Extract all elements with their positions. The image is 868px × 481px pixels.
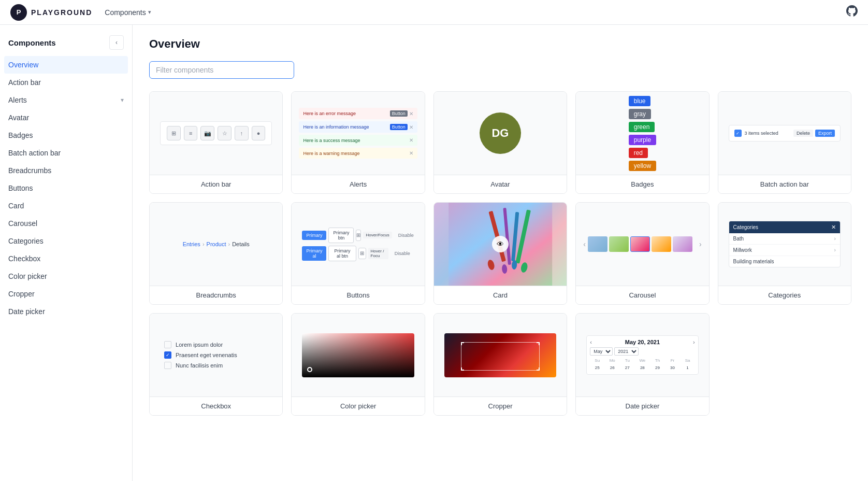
chevron-down-icon: ▾: [121, 96, 124, 104]
component-card-badges[interactable]: blue gray green purple red yellow Badges: [575, 91, 709, 194]
sidebar-item-buttons[interactable]: Buttons: [0, 179, 132, 197]
card-label-carousel: Carousel: [576, 286, 708, 304]
sidebar-item-label: Date picker: [8, 307, 45, 316]
component-card-date-picker[interactable]: ‹ May 20, 2021 › May 2021: [575, 313, 709, 416]
card-preview-color-picker: [292, 314, 424, 397]
component-card-color-picker[interactable]: Color picker: [291, 313, 425, 416]
component-card-buttons[interactable]: Primary Primary btn ⊞ Hover/Focus Disabl…: [291, 202, 425, 305]
sidebar-item-label: Breadcrumbs: [8, 166, 51, 175]
sidebar-item-color-picker[interactable]: Color picker: [0, 267, 132, 285]
card-label-buttons: Buttons: [292, 286, 424, 304]
card-label-alerts: Alerts: [292, 175, 424, 193]
logo[interactable]: P PLAYGROUND: [10, 4, 92, 21]
filter-input[interactable]: [149, 61, 294, 79]
card-preview-card: 👁: [434, 203, 567, 286]
sidebar-title: Components: [8, 38, 56, 47]
card-preview-carousel: ‹ ›: [576, 203, 708, 286]
sidebar-item-categories[interactable]: Categories: [0, 232, 132, 250]
sidebar-item-label: Action bar: [8, 78, 41, 87]
sidebar-item-carousel[interactable]: Carousel: [0, 215, 132, 232]
card-label-checkbox: Checkbox: [150, 397, 282, 415]
topnav: P PLAYGROUND Components ▾: [0, 0, 868, 25]
card-label-color-picker: Color picker: [292, 397, 424, 415]
sidebar-item-alerts[interactable]: Alerts ▾: [0, 91, 132, 109]
component-card-categories[interactable]: Categories ✕ Bath › Millwork › Buildin: [718, 202, 851, 305]
component-card-alerts[interactable]: Here is an error message Button ✕ Here i…: [291, 91, 425, 194]
card-label-breadcrumbs: Breadcrumbs: [150, 286, 282, 304]
card-label-cropper: Cropper: [434, 397, 567, 415]
component-card-carousel[interactable]: ‹ › Carousel: [575, 202, 709, 305]
nav-components-label: Components: [105, 8, 146, 17]
logo-icon: P: [10, 4, 27, 21]
component-grid: ⊞ ≡ 📷 ☆ ↑ ● Action bar Here is an error …: [149, 91, 851, 416]
sidebar-item-label: Carousel: [8, 219, 37, 228]
card-preview-avatar: DG: [434, 92, 567, 175]
card-label-batch-action-bar: Batch action bar: [718, 175, 851, 193]
card-label-date-picker: Date picker: [576, 397, 708, 415]
nav-components-dropdown[interactable]: Components ▾: [100, 6, 155, 19]
card-preview-buttons: Primary Primary btn ⊞ Hover/Focus Disabl…: [292, 203, 424, 286]
card-preview-batch-action-bar: ✓ 3 items selected Delete Export: [718, 92, 851, 175]
sidebar-item-date-picker[interactable]: Date picker: [0, 303, 132, 320]
sidebar-item-checkbox[interactable]: Checkbox: [0, 250, 132, 267]
component-card-batch-action-bar[interactable]: ✓ 3 items selected Delete Export Batch a…: [718, 91, 851, 194]
sidebar-item-label: Alerts: [8, 96, 27, 104]
sidebar-item-card[interactable]: Card: [0, 197, 132, 215]
sidebar-item-cropper[interactable]: Cropper: [0, 285, 132, 303]
component-card-breadcrumbs[interactable]: Entries › Product › Details Breadcrumbs: [149, 202, 283, 305]
github-icon[interactable]: [846, 5, 858, 20]
nav-chevron-icon: ▾: [148, 9, 151, 16]
card-preview-checkbox: Lorem ipsum dolor ✓ Praesent eget venena…: [150, 314, 282, 397]
sidebar-item-label: Overview: [8, 61, 38, 69]
component-card-checkbox[interactable]: Lorem ipsum dolor ✓ Praesent eget venena…: [149, 313, 283, 416]
card-preview-breadcrumbs: Entries › Product › Details: [150, 203, 282, 286]
filter-input-wrap: [149, 61, 851, 79]
sidebar-item-label: Color picker: [8, 272, 47, 280]
sidebar-header: Components ‹: [0, 29, 132, 56]
sidebar-item-label: Avatar: [8, 114, 29, 122]
component-card-cropper[interactable]: Cropper: [433, 313, 567, 416]
sidebar-item-label: Buttons: [8, 184, 33, 192]
sidebar-item-label: Categories: [8, 237, 44, 245]
component-card-card[interactable]: 👁 Card: [433, 202, 567, 305]
card-label-card: Card: [434, 286, 567, 304]
sidebar-item-overview[interactable]: Overview: [4, 56, 128, 74]
card-label-action-bar: Action bar: [150, 175, 282, 193]
card-preview-cropper: [434, 314, 567, 397]
page-title: Overview: [149, 37, 851, 51]
card-preview-categories: Categories ✕ Bath › Millwork › Buildin: [718, 203, 851, 286]
card-label-avatar: Avatar: [434, 175, 567, 193]
component-card-avatar[interactable]: DG Avatar: [433, 91, 567, 194]
card-preview-alerts: Here is an error message Button ✕ Here i…: [292, 92, 424, 175]
sidebar-item-breadcrumbs[interactable]: Breadcrumbs: [0, 162, 132, 179]
sidebar-item-batch-action-bar[interactable]: Batch action bar: [0, 144, 132, 162]
sidebar-item-label: Batch action bar: [8, 149, 61, 157]
component-card-action-bar[interactable]: ⊞ ≡ 📷 ☆ ↑ ● Action bar: [149, 91, 283, 194]
sidebar-item-avatar[interactable]: Avatar: [0, 109, 132, 126]
sidebar-item-badges[interactable]: Badges: [0, 126, 132, 144]
content-area: Overview ⊞ ≡ 📷 ☆ ↑ ● Action bar: [133, 25, 868, 481]
sidebar-item-action-bar[interactable]: Action bar: [0, 74, 132, 91]
sidebar: Components ‹ Overview Action bar Alerts …: [0, 25, 133, 481]
card-preview-action-bar: ⊞ ≡ 📷 ☆ ↑ ●: [150, 92, 282, 175]
sidebar-collapse-button[interactable]: ‹: [109, 35, 124, 50]
card-label-badges: Badges: [576, 175, 708, 193]
brand-name: PLAYGROUND: [31, 8, 92, 17]
sidebar-item-label: Badges: [8, 131, 33, 139]
sidebar-item-label: Checkbox: [8, 254, 40, 263]
card-label-categories: Categories: [718, 286, 851, 304]
sidebar-item-label: Cropper: [8, 290, 35, 298]
sidebar-item-label: Card: [8, 202, 24, 210]
card-preview-date-picker: ‹ May 20, 2021 › May 2021: [576, 314, 708, 397]
card-preview-badges: blue gray green purple red yellow: [576, 92, 708, 175]
